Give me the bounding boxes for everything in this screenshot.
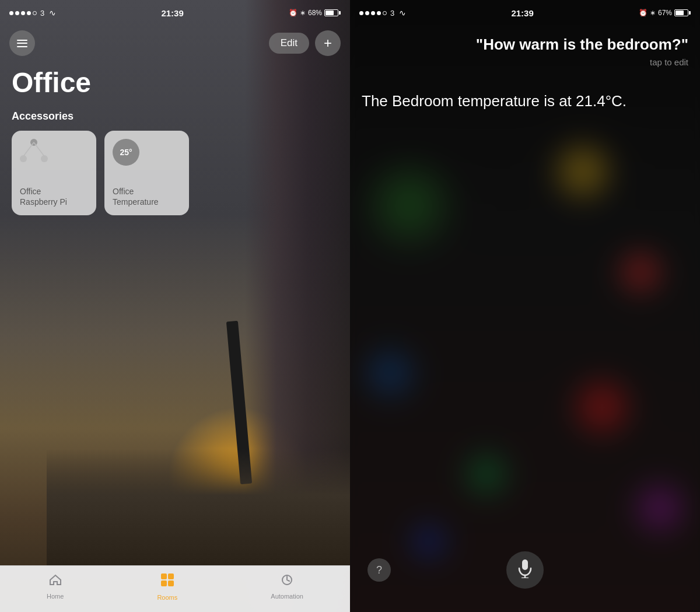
menu-line-2 bbox=[17, 43, 27, 44]
siri-query-area: "How warm is the bedroom?" tap to edit bbox=[350, 23, 700, 73]
hub-lines-svg bbox=[20, 139, 48, 162]
accessories-grid: OfficeRaspberry Pi 25° OfficeTemperature bbox=[0, 131, 350, 215]
siri-signal-dot-2 bbox=[365, 11, 369, 15]
status-bar-left: 3 ∿ 21:39 ⏰ ∗ 68% bbox=[0, 0, 350, 23]
tab-home[interactable]: Home bbox=[47, 573, 64, 606]
accessory-tile-raspberry-pi[interactable]: OfficeRaspberry Pi bbox=[12, 131, 96, 215]
siri-status-left: 3 ∿ bbox=[359, 8, 406, 18]
battery-body bbox=[324, 9, 338, 16]
svg-rect-2 bbox=[161, 573, 167, 579]
siri-wifi-icon: ∿ bbox=[399, 8, 406, 18]
siri-signal-dot-1 bbox=[359, 11, 363, 15]
hub-icon bbox=[20, 139, 48, 162]
status-right: ⏰ ∗ 68% bbox=[289, 9, 341, 17]
siri-response-text: The Bedroom temperature is at 21.4°C. bbox=[362, 90, 688, 111]
left-phone: 3 ∿ 21:39 ⏰ ∗ 68% bbox=[0, 0, 350, 612]
siri-battery-tip bbox=[689, 11, 691, 15]
menu-line-1 bbox=[17, 40, 27, 41]
question-mark-icon: ? bbox=[376, 564, 382, 576]
siri-battery-fill bbox=[676, 11, 684, 15]
tab-bar: Home Rooms bbox=[0, 565, 350, 612]
signal-dot-4 bbox=[27, 11, 31, 15]
accessories-label: Accessories bbox=[0, 110, 350, 131]
siri-alarm-icon: ⏰ bbox=[639, 9, 648, 17]
siri-help-button[interactable]: ? bbox=[368, 558, 391, 582]
accessory-name-raspberry-pi: OfficeRaspberry Pi bbox=[20, 186, 88, 207]
siri-controls: ? bbox=[350, 551, 700, 589]
alarm-icon: ⏰ bbox=[289, 9, 298, 17]
siri-bluetooth-icon: ∗ bbox=[650, 9, 656, 17]
right-phone: 3 ∿ 21:39 ⏰ ∗ 67% "How warm is the bedro… bbox=[350, 0, 700, 612]
siri-content: 3 ∿ 21:39 ⏰ ∗ 67% "How warm is the bedro… bbox=[350, 0, 700, 612]
siri-battery-icon bbox=[674, 9, 691, 16]
signal-dot-3 bbox=[21, 11, 25, 15]
siri-carrier-label: 3 bbox=[390, 9, 394, 18]
svg-line-1 bbox=[34, 142, 44, 156]
menu-line-3 bbox=[17, 46, 27, 47]
siri-battery-body bbox=[674, 9, 688, 16]
temperature-badge: 25° bbox=[113, 139, 139, 166]
siri-microphone-button[interactable] bbox=[506, 551, 544, 589]
accessory-tile-temperature[interactable]: 25° OfficeTemperature bbox=[104, 131, 189, 215]
bluetooth-icon: ∗ bbox=[300, 9, 306, 17]
top-bar: Edit + bbox=[0, 26, 350, 61]
battery-tip bbox=[339, 11, 341, 15]
siri-query-text: "How warm is the bedroom?" bbox=[362, 35, 688, 55]
signal-dot-1 bbox=[9, 11, 13, 15]
top-right-buttons: Edit + bbox=[269, 30, 341, 56]
tab-rooms-label: Rooms bbox=[157, 594, 177, 601]
time-display: 21:39 bbox=[161, 8, 183, 18]
accessory-icon-temp: 25° bbox=[113, 139, 181, 166]
add-button[interactable]: + bbox=[315, 30, 341, 56]
tab-automation[interactable]: Automation bbox=[271, 573, 303, 606]
room-title: Office bbox=[0, 61, 350, 110]
siri-signal-dot-4 bbox=[377, 11, 381, 15]
edit-button[interactable]: Edit bbox=[269, 33, 309, 54]
tab-automation-label: Automation bbox=[271, 593, 303, 600]
siri-time-display: 21:39 bbox=[511, 8, 533, 18]
battery-icon bbox=[324, 9, 341, 16]
accessory-icon-hub bbox=[20, 139, 88, 162]
svg-line-0 bbox=[23, 142, 34, 156]
home-icon bbox=[48, 573, 62, 590]
battery-percent: 68% bbox=[308, 9, 322, 17]
hamburger-icon bbox=[17, 40, 27, 47]
svg-rect-4 bbox=[161, 580, 167, 586]
svg-rect-3 bbox=[168, 573, 174, 579]
status-left: 3 ∿ bbox=[9, 8, 56, 18]
svg-rect-5 bbox=[168, 580, 174, 586]
tab-rooms[interactable]: Rooms bbox=[157, 572, 177, 607]
automation-icon bbox=[280, 573, 294, 590]
siri-signal-dot-5 bbox=[383, 11, 387, 15]
temperature-value: 25° bbox=[120, 148, 132, 157]
menu-button[interactable] bbox=[9, 30, 35, 56]
signal-bars bbox=[9, 11, 37, 15]
wifi-icon: ∿ bbox=[49, 8, 56, 18]
siri-battery-percent: 67% bbox=[658, 9, 672, 17]
siri-signal-dot-3 bbox=[371, 11, 375, 15]
siri-mic-wrapper bbox=[391, 551, 659, 589]
svg-rect-7 bbox=[522, 559, 528, 570]
siri-tap-to-edit[interactable]: tap to edit bbox=[362, 57, 688, 67]
siri-status-right: ⏰ ∗ 67% bbox=[639, 9, 691, 17]
accessory-name-temperature: OfficeTemperature bbox=[113, 186, 181, 207]
left-content: 3 ∿ 21:39 ⏰ ∗ 68% bbox=[0, 0, 350, 612]
siri-status-bar: 3 ∿ 21:39 ⏰ ∗ 67% bbox=[350, 0, 700, 23]
tab-home-label: Home bbox=[47, 593, 64, 600]
microphone-icon bbox=[517, 558, 533, 582]
signal-dot-5 bbox=[33, 11, 37, 15]
carrier-label: 3 bbox=[40, 9, 44, 18]
battery-fill bbox=[326, 11, 334, 15]
siri-response-area: The Bedroom temperature is at 21.4°C. bbox=[350, 73, 700, 123]
siri-signal-bars bbox=[359, 11, 387, 15]
signal-dot-2 bbox=[15, 11, 19, 15]
rooms-icon bbox=[159, 572, 176, 592]
